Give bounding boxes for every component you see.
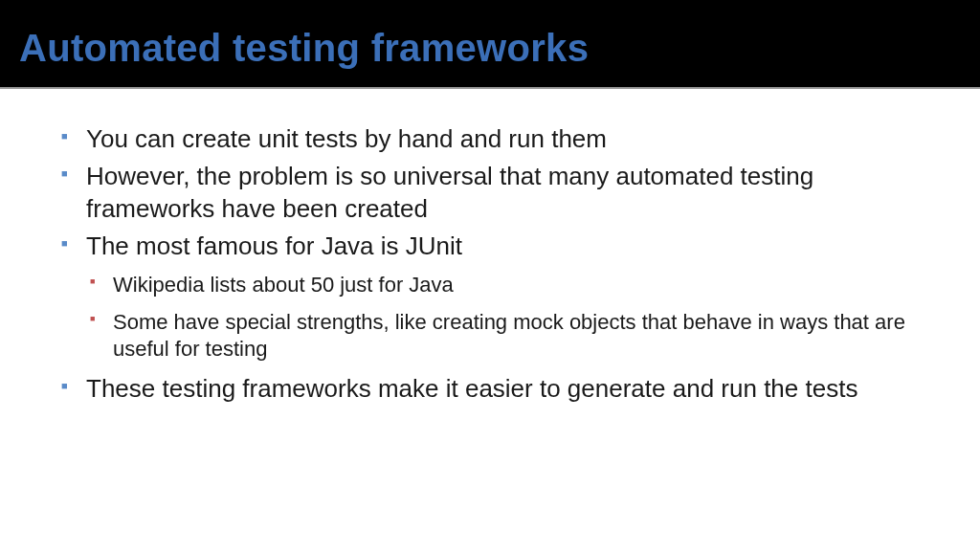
bullet-text: Some have special strengths, like creati…: [113, 310, 905, 362]
list-item: The most famous for Java is JUnit Wikipe…: [57, 231, 923, 364]
bullet-text: Wikipedia lists about 50 just for Java: [113, 273, 454, 297]
slide-content: You can create unit tests by hand and ru…: [0, 89, 980, 430]
list-item: These testing frameworks make it easier …: [57, 373, 923, 405]
bullet-text: The most famous for Java is JUnit: [86, 231, 462, 260]
slide-header: Automated testing frameworks: [0, 0, 980, 89]
list-item: Some have special strengths, like creati…: [86, 309, 923, 364]
sub-bullet-list: Wikipedia lists about 50 just for Java S…: [86, 272, 923, 364]
list-item: Wikipedia lists about 50 just for Java: [86, 272, 923, 299]
list-item: You can create unit tests by hand and ru…: [57, 123, 923, 155]
bullet-text: You can create unit tests by hand and ru…: [86, 124, 607, 153]
bullet-text: These testing frameworks make it easier …: [86, 374, 858, 403]
bullet-text: However, the problem is so universal tha…: [86, 162, 813, 222]
bullet-list: You can create unit tests by hand and ru…: [57, 123, 923, 405]
list-item: However, the problem is so universal tha…: [57, 161, 923, 225]
slide-title: Automated testing frameworks: [19, 27, 961, 70]
